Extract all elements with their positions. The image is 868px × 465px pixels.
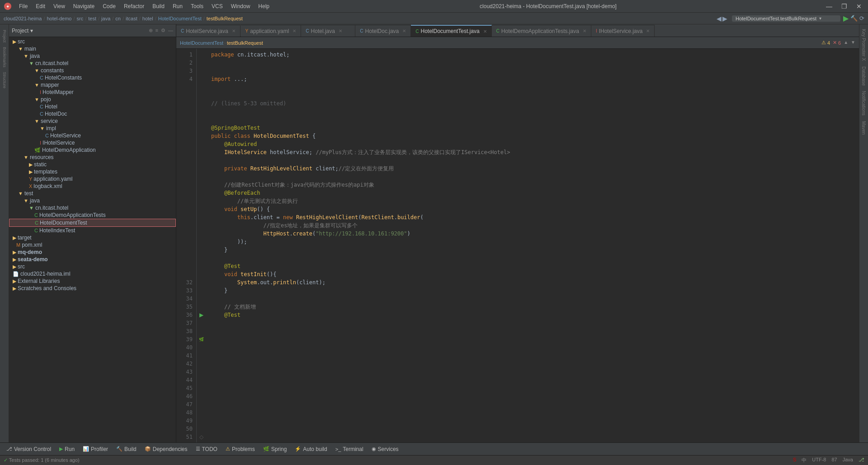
breadcrumb-item[interactable]: hotel (142, 16, 153, 21)
tree-item-constants[interactable]: ▼ constants (9, 67, 176, 74)
minimize-button[interactable]: — (823, 2, 835, 11)
menu-build[interactable]: Build (149, 2, 168, 10)
settings-icon[interactable]: ⚙ (161, 28, 165, 33)
project-sidebar-button[interactable]: Project (1, 28, 8, 44)
todo-button[interactable]: ☰ TODO (192, 445, 221, 453)
tree-item-target[interactable]: ▶ target (9, 234, 176, 241)
tree-item-test-package[interactable]: ▼ cn.itcast.hotel (9, 204, 176, 211)
tree-item-ihotelservice[interactable]: I IHotelService (9, 139, 176, 146)
tree-item-test[interactable]: ▼ test (9, 190, 176, 197)
menu-edit[interactable]: Edit (32, 2, 49, 10)
tree-item-main[interactable]: ▼ main (9, 45, 176, 52)
breadcrumb-item[interactable]: itcast (126, 16, 137, 21)
tree-item-java[interactable]: ▼ java (9, 52, 176, 60)
tree-item-hotelconstants[interactable]: C HotelConstants (9, 74, 176, 81)
code-editor[interactable]: 1 2 3 4 (176, 49, 859, 442)
close-icon[interactable]: ✕ (232, 28, 236, 33)
tree-item-templates[interactable]: ▶ templates (9, 168, 176, 175)
tree-item-hotelmapper[interactable]: I HotelMapper (9, 89, 176, 96)
close-icon[interactable]: ✕ (339, 28, 342, 33)
menu-refactor[interactable]: Refactor (120, 2, 148, 10)
warning-indicator[interactable]: ⚠ 4 (821, 40, 830, 46)
tree-item-hotelservice[interactable]: C HotelService (9, 132, 176, 139)
code-content[interactable]: package cn.itcast.hotel; import ...; // … (206, 49, 859, 442)
breakpoint-47[interactable]: ◇ (197, 433, 206, 441)
scroll-down-icon[interactable]: ▼ (851, 40, 855, 46)
breadcrumb-item[interactable]: testBulkRequest (207, 16, 243, 21)
profiler-button[interactable]: 📊 Profiler (79, 445, 112, 453)
menu-code[interactable]: Code (99, 2, 119, 10)
tab-hoteldemoapplicationtests[interactable]: C HotelDemoApplicationTests.java ✕ (492, 25, 591, 37)
tab-hoteldocumenttest[interactable]: C HotelDocumentTest.java ✕ (411, 25, 491, 37)
close-icon[interactable]: ✕ (402, 28, 406, 33)
menu-window[interactable]: Window (227, 2, 254, 10)
tree-item-pomxml[interactable]: M pom.xml (9, 241, 176, 249)
auto-build-button[interactable]: ⚡ Auto build (291, 445, 330, 453)
breadcrumb-item[interactable]: cloud2021-heima (4, 16, 42, 21)
breadcrumb-item[interactable]: HotelDocumentTest (158, 16, 202, 21)
tree-item-test-java[interactable]: ▼ java (9, 197, 176, 204)
right-sidebar-database[interactable]: Database (860, 64, 867, 89)
close-icon[interactable]: ✕ (292, 28, 296, 33)
breadcrumb-item[interactable]: test (88, 16, 96, 21)
locate-icon[interactable]: ⊕ (149, 28, 153, 33)
tree-item-hoteldemoapplicationtests[interactable]: C HotelDemoApplicationTests (9, 211, 176, 219)
tree-item-src2[interactable]: ▶ src (9, 263, 176, 270)
tree-item-impl[interactable]: ▼ impl (9, 125, 176, 132)
tree-item-src[interactable]: ▶ src (9, 38, 176, 45)
tab-hoteldocjava[interactable]: C HotelDoc.java ✕ (355, 25, 411, 37)
tree-item-mapper[interactable]: ▼ mapper (9, 81, 176, 89)
tab-hoteljava[interactable]: C Hotel.java ✕ (301, 25, 355, 37)
run-gutter-34[interactable]: ▶ (197, 311, 206, 319)
tree-item-resources[interactable]: ▼ resources (9, 154, 176, 161)
spring-button[interactable]: 🌿 Spring (259, 445, 291, 453)
build-button[interactable]: 🔨 (850, 15, 858, 22)
tab-hotelservice[interactable]: C HotelService.java ✕ (176, 25, 241, 37)
tree-item-hotel[interactable]: C Hotel (9, 103, 176, 110)
tree-item-pojo[interactable]: ▼ pojo (9, 96, 176, 103)
bookmarks-button[interactable]: Bookmarks (1, 45, 8, 69)
breadcrumb-item[interactable]: src (77, 16, 84, 21)
right-sidebar-maven[interactable]: Maven (860, 118, 867, 137)
tree-item-mqdemo[interactable]: ▶ mq-demo (9, 249, 176, 256)
tab-ihotelservice[interactable]: I IHotelService.java ✕ (591, 25, 655, 37)
close-icon[interactable]: ✕ (646, 28, 650, 33)
menu-run[interactable]: Run (169, 2, 186, 10)
back-button[interactable]: ◀ (717, 15, 722, 22)
run-config-dropdown[interactable]: ▾ (819, 16, 821, 21)
minimize-panel-icon[interactable]: — (168, 28, 173, 33)
tree-item-seatademo[interactable]: ▶ seata-demo (9, 256, 176, 263)
version-control-button[interactable]: ⎇ Version Control (3, 445, 55, 453)
menu-view[interactable]: View (50, 2, 69, 10)
maximize-button[interactable]: ❐ (839, 2, 850, 11)
tree-item-hoteldemoapplication[interactable]: 🌿 HotelDemoApplication (9, 146, 176, 154)
menu-file[interactable]: File (15, 2, 31, 10)
scroll-up-icon[interactable]: ▲ (844, 40, 848, 46)
menu-tools[interactable]: Tools (187, 2, 207, 10)
close-icon[interactable]: ✕ (483, 29, 487, 34)
close-icon[interactable]: ✕ (583, 28, 586, 33)
tree-item-scratches[interactable]: ▶ Scratches and Consoles (9, 285, 176, 292)
right-sidebar-key-promoter[interactable]: Key Promoter X (860, 26, 867, 64)
breadcrumb-item[interactable]: java (101, 16, 110, 21)
window-controls[interactable]: — ❐ ✕ (823, 2, 864, 11)
tree-item-imlfile[interactable]: 📄 cloud2021-heima.iml (9, 270, 176, 277)
breadcrumb-item[interactable]: hotel-demo (47, 16, 71, 21)
tree-item-static[interactable]: ▶ static (9, 161, 176, 168)
structure-button[interactable]: Structure (1, 70, 8, 90)
tree-item-hoteldocumenttest[interactable]: C HotelDocumentTest (9, 219, 176, 227)
tree-item-hotelindextest[interactable]: C HotelIndexTest (9, 227, 176, 234)
services-button[interactable]: ◉ Services (368, 445, 402, 453)
tree-item-logback-xml[interactable]: X logback.xml (9, 183, 176, 190)
close-button[interactable]: ✕ (854, 2, 864, 11)
tree-item-external-libraries[interactable]: ▶ External Libraries (9, 277, 176, 285)
run-button[interactable]: ▶ (843, 14, 849, 23)
run-panel-button[interactable]: ▶ Run (56, 445, 78, 453)
right-sidebar-notifications[interactable]: Notifications (860, 88, 867, 118)
terminal-button[interactable]: >_ Terminal (332, 445, 367, 453)
tree-item-service[interactable]: ▼ service (9, 117, 176, 125)
error-indicator[interactable]: ✕ 6 (833, 40, 841, 46)
tree-item-application-yaml[interactable]: Y application.yaml (9, 175, 176, 183)
forward-button[interactable]: ▶ (722, 15, 727, 22)
run-gutter-37[interactable]: 🌿 (197, 335, 206, 343)
